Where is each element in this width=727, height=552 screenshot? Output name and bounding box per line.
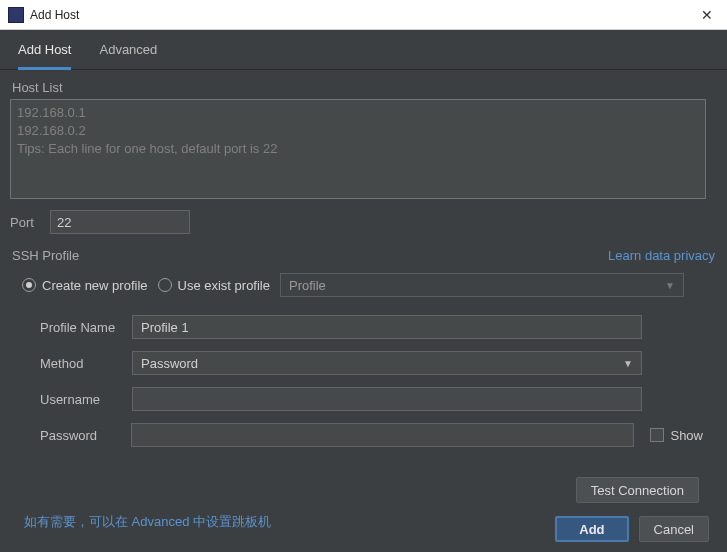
dialog-body: Add Host Advanced Host List Port SSH Pro… xyxy=(0,30,727,552)
method-select[interactable]: Password ▼ xyxy=(132,351,642,375)
tabs: Add Host Advanced xyxy=(0,30,727,70)
host-list-label: Host List xyxy=(10,76,717,99)
port-label: Port xyxy=(10,215,50,230)
titlebar: Add Host ✕ xyxy=(0,0,727,30)
learn-data-privacy-link[interactable]: Learn data privacy xyxy=(608,248,715,263)
ssh-profile-label: SSH Profile xyxy=(12,248,79,263)
radio-use-exist-profile[interactable]: Use exist profile xyxy=(158,278,270,293)
password-label: Password xyxy=(40,428,131,443)
radio-icon xyxy=(22,278,36,292)
profile-select[interactable]: Profile ▼ xyxy=(280,273,684,297)
username-input[interactable] xyxy=(132,387,642,411)
chevron-down-icon: ▼ xyxy=(623,358,633,369)
add-button[interactable]: Add xyxy=(555,516,628,542)
method-label: Method xyxy=(40,356,132,371)
app-icon xyxy=(8,7,24,23)
radio-create-new-profile[interactable]: Create new profile xyxy=(22,278,148,293)
host-list-textarea[interactable] xyxy=(10,99,706,199)
test-connection-button[interactable]: Test Connection xyxy=(576,477,699,503)
tab-advanced[interactable]: Advanced xyxy=(99,42,157,69)
radio-create-label: Create new profile xyxy=(42,278,148,293)
radio-exist-label: Use exist profile xyxy=(178,278,270,293)
radio-icon xyxy=(158,278,172,292)
tab-add-host[interactable]: Add Host xyxy=(18,42,71,70)
username-label: Username xyxy=(40,392,132,407)
close-icon[interactable]: ✕ xyxy=(695,7,719,23)
profile-name-input[interactable] xyxy=(132,315,642,339)
checkbox-icon xyxy=(650,428,664,442)
cancel-button[interactable]: Cancel xyxy=(639,516,709,542)
dialog-footer: Add Cancel xyxy=(555,516,709,542)
show-label: Show xyxy=(670,428,703,443)
chevron-down-icon: ▼ xyxy=(665,280,675,291)
show-password-toggle[interactable]: Show xyxy=(650,428,703,443)
password-input[interactable] xyxy=(131,423,635,447)
profile-name-label: Profile Name xyxy=(40,320,132,335)
profile-select-value: Profile xyxy=(289,278,326,293)
window-title: Add Host xyxy=(30,8,695,22)
port-input[interactable] xyxy=(50,210,190,234)
method-value: Password xyxy=(141,356,198,371)
